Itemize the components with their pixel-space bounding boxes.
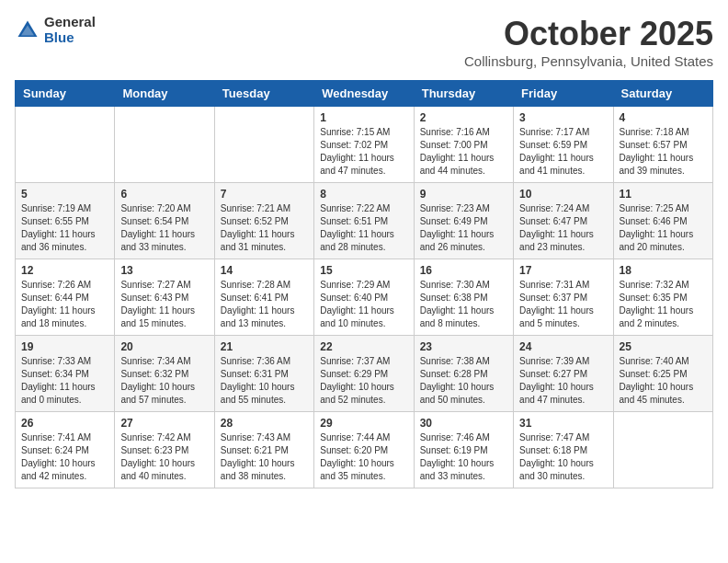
- page-header: General Blue October 2025 Collinsburg, P…: [15, 15, 713, 69]
- day-number: 6: [120, 188, 208, 201]
- calendar-cell: 10Sunrise: 7:24 AM Sunset: 6:47 PM Dayli…: [514, 183, 613, 259]
- weekday-header: Friday: [514, 81, 613, 107]
- logo: General Blue: [15, 15, 96, 45]
- calendar-cell: 17Sunrise: 7:31 AM Sunset: 6:37 PM Dayli…: [514, 259, 613, 336]
- day-info: Sunrise: 7:47 AM Sunset: 6:18 PM Dayligh…: [519, 431, 607, 483]
- day-info: Sunrise: 7:29 AM Sunset: 6:40 PM Dayligh…: [320, 279, 407, 330]
- calendar-cell: [214, 107, 313, 183]
- calendar-week-row: 12Sunrise: 7:26 AM Sunset: 6:44 PM Dayli…: [16, 259, 713, 336]
- calendar-cell: 21Sunrise: 7:36 AM Sunset: 6:31 PM Dayli…: [214, 336, 313, 412]
- calendar-cell: 7Sunrise: 7:21 AM Sunset: 6:52 PM Daylig…: [214, 183, 313, 259]
- weekday-header: Wednesday: [314, 81, 414, 107]
- calendar-cell: 22Sunrise: 7:37 AM Sunset: 6:29 PM Dayli…: [314, 336, 414, 412]
- calendar-cell: 28Sunrise: 7:43 AM Sunset: 6:21 PM Dayli…: [214, 412, 313, 488]
- weekday-header: Monday: [115, 81, 214, 107]
- day-info: Sunrise: 7:46 AM Sunset: 6:19 PM Dayligh…: [420, 431, 507, 483]
- day-info: Sunrise: 7:37 AM Sunset: 6:29 PM Dayligh…: [320, 355, 407, 407]
- day-number: 22: [320, 340, 407, 353]
- day-info: Sunrise: 7:31 AM Sunset: 6:37 PM Dayligh…: [519, 279, 607, 330]
- day-info: Sunrise: 7:30 AM Sunset: 6:38 PM Dayligh…: [420, 279, 507, 330]
- day-number: 26: [21, 417, 108, 430]
- calendar-cell: 14Sunrise: 7:28 AM Sunset: 6:41 PM Dayli…: [214, 259, 313, 336]
- day-number: 10: [519, 188, 607, 201]
- day-number: 8: [320, 188, 407, 201]
- calendar-cell: 24Sunrise: 7:39 AM Sunset: 6:27 PM Dayli…: [514, 336, 613, 412]
- calendar-cell: [115, 107, 214, 183]
- logo-general-text: General: [44, 15, 96, 30]
- logo-text: General Blue: [44, 15, 96, 45]
- day-number: 16: [420, 264, 507, 277]
- calendar-cell: 12Sunrise: 7:26 AM Sunset: 6:44 PM Dayli…: [16, 259, 115, 336]
- day-number: 21: [221, 340, 308, 353]
- day-number: 28: [221, 417, 308, 430]
- logo-blue-text: Blue: [44, 30, 96, 46]
- calendar-week-row: 19Sunrise: 7:33 AM Sunset: 6:34 PM Dayli…: [16, 336, 713, 412]
- day-number: 29: [320, 417, 407, 430]
- calendar-week-row: 5Sunrise: 7:19 AM Sunset: 6:55 PM Daylig…: [16, 183, 713, 259]
- day-info: Sunrise: 7:24 AM Sunset: 6:47 PM Dayligh…: [519, 202, 607, 254]
- day-info: Sunrise: 7:22 AM Sunset: 6:51 PM Dayligh…: [320, 202, 407, 254]
- day-info: Sunrise: 7:36 AM Sunset: 6:31 PM Dayligh…: [221, 355, 308, 407]
- day-info: Sunrise: 7:38 AM Sunset: 6:28 PM Dayligh…: [420, 355, 507, 407]
- calendar-header-row: SundayMondayTuesdayWednesdayThursdayFrid…: [16, 81, 713, 107]
- day-number: 12: [21, 264, 108, 277]
- day-number: 5: [21, 188, 108, 201]
- calendar-cell: 29Sunrise: 7:44 AM Sunset: 6:20 PM Dayli…: [314, 412, 414, 488]
- day-info: Sunrise: 7:42 AM Sunset: 6:23 PM Dayligh…: [120, 431, 208, 483]
- day-info: Sunrise: 7:16 AM Sunset: 7:00 PM Dayligh…: [420, 126, 507, 178]
- day-info: Sunrise: 7:39 AM Sunset: 6:27 PM Dayligh…: [519, 355, 607, 407]
- day-info: Sunrise: 7:21 AM Sunset: 6:52 PM Dayligh…: [221, 202, 308, 254]
- day-number: 2: [420, 111, 507, 124]
- day-info: Sunrise: 7:27 AM Sunset: 6:43 PM Dayligh…: [120, 279, 208, 330]
- day-info: Sunrise: 7:20 AM Sunset: 6:54 PM Dayligh…: [120, 202, 208, 254]
- weekday-header: Sunday: [16, 81, 115, 107]
- calendar-cell: 23Sunrise: 7:38 AM Sunset: 6:28 PM Dayli…: [414, 336, 513, 412]
- calendar-table: SundayMondayTuesdayWednesdayThursdayFrid…: [15, 80, 713, 488]
- day-number: 14: [221, 264, 308, 277]
- day-info: Sunrise: 7:23 AM Sunset: 6:49 PM Dayligh…: [420, 202, 507, 254]
- day-info: Sunrise: 7:43 AM Sunset: 6:21 PM Dayligh…: [221, 431, 308, 483]
- day-info: Sunrise: 7:40 AM Sunset: 6:25 PM Dayligh…: [620, 355, 707, 407]
- day-number: 18: [620, 264, 707, 277]
- day-number: 23: [420, 340, 507, 353]
- calendar-cell: [613, 412, 712, 488]
- day-info: Sunrise: 7:34 AM Sunset: 6:32 PM Dayligh…: [120, 355, 208, 407]
- calendar-cell: 16Sunrise: 7:30 AM Sunset: 6:38 PM Dayli…: [414, 259, 513, 336]
- day-info: Sunrise: 7:17 AM Sunset: 6:59 PM Dayligh…: [519, 126, 607, 178]
- calendar-cell: 25Sunrise: 7:40 AM Sunset: 6:25 PM Dayli…: [613, 336, 712, 412]
- day-info: Sunrise: 7:19 AM Sunset: 6:55 PM Dayligh…: [21, 202, 108, 254]
- day-info: Sunrise: 7:26 AM Sunset: 6:44 PM Dayligh…: [21, 279, 108, 330]
- day-info: Sunrise: 7:15 AM Sunset: 7:02 PM Dayligh…: [320, 126, 407, 178]
- day-number: 19: [21, 340, 108, 353]
- weekday-header: Saturday: [613, 81, 712, 107]
- day-info: Sunrise: 7:28 AM Sunset: 6:41 PM Dayligh…: [221, 279, 308, 330]
- calendar-cell: 13Sunrise: 7:27 AM Sunset: 6:43 PM Dayli…: [115, 259, 214, 336]
- calendar-week-row: 1Sunrise: 7:15 AM Sunset: 7:02 PM Daylig…: [16, 107, 713, 183]
- day-number: 20: [120, 340, 208, 353]
- location-title: Collinsburg, Pennsylvania, United States: [464, 53, 713, 69]
- day-info: Sunrise: 7:44 AM Sunset: 6:20 PM Dayligh…: [320, 431, 407, 483]
- calendar-cell: 11Sunrise: 7:25 AM Sunset: 6:46 PM Dayli…: [613, 183, 712, 259]
- calendar-cell: 1Sunrise: 7:15 AM Sunset: 7:02 PM Daylig…: [314, 107, 414, 183]
- calendar-cell: 5Sunrise: 7:19 AM Sunset: 6:55 PM Daylig…: [16, 183, 115, 259]
- title-block: October 2025 Collinsburg, Pennsylvania, …: [464, 15, 713, 69]
- calendar-cell: 18Sunrise: 7:32 AM Sunset: 6:35 PM Dayli…: [613, 259, 712, 336]
- calendar-cell: 31Sunrise: 7:47 AM Sunset: 6:18 PM Dayli…: [514, 412, 613, 488]
- calendar-cell: 6Sunrise: 7:20 AM Sunset: 6:54 PM Daylig…: [115, 183, 214, 259]
- day-info: Sunrise: 7:33 AM Sunset: 6:34 PM Dayligh…: [21, 355, 108, 407]
- day-info: Sunrise: 7:25 AM Sunset: 6:46 PM Dayligh…: [620, 202, 707, 254]
- calendar-cell: [16, 107, 115, 183]
- day-number: 24: [519, 340, 607, 353]
- day-number: 4: [620, 111, 707, 124]
- day-info: Sunrise: 7:32 AM Sunset: 6:35 PM Dayligh…: [620, 279, 707, 330]
- calendar-cell: 3Sunrise: 7:17 AM Sunset: 6:59 PM Daylig…: [514, 107, 613, 183]
- day-number: 15: [320, 264, 407, 277]
- day-info: Sunrise: 7:41 AM Sunset: 6:24 PM Dayligh…: [21, 431, 108, 483]
- calendar-cell: 9Sunrise: 7:23 AM Sunset: 6:49 PM Daylig…: [414, 183, 513, 259]
- calendar-cell: 2Sunrise: 7:16 AM Sunset: 7:00 PM Daylig…: [414, 107, 513, 183]
- day-number: 30: [420, 417, 507, 430]
- day-number: 11: [620, 188, 707, 201]
- day-number: 27: [120, 417, 208, 430]
- calendar-cell: 15Sunrise: 7:29 AM Sunset: 6:40 PM Dayli…: [314, 259, 414, 336]
- day-number: 1: [320, 111, 407, 124]
